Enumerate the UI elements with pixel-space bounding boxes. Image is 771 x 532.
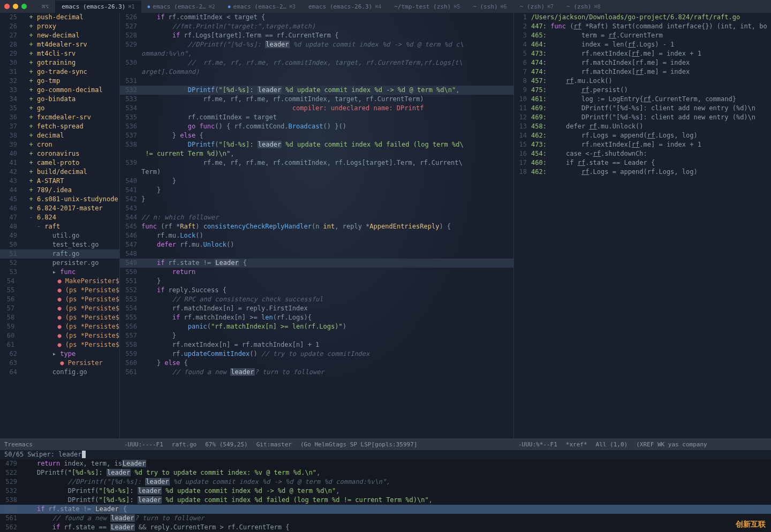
tree-row[interactable]: 48 - raft <box>0 222 119 231</box>
tree-row[interactable]: 54 ● MakePersister$ <box>0 277 119 286</box>
xref-line[interactable]: 11469: DPrintf("[%d-%s]: client add new … <box>514 104 771 113</box>
code-line[interactable]: 542} <box>120 195 513 204</box>
minimize-icon[interactable] <box>13 4 18 9</box>
tree-row[interactable]: 30 + gotraining <box>0 58 119 67</box>
xref-pane[interactable]: 1/Users/jackson/Downloads/go-project/6.8… <box>514 13 771 438</box>
xref-line[interactable]: 6474: rf.matchIndex[rf.me] = index <box>514 58 771 67</box>
tree-row[interactable]: 45 + 6.s081-unix-studynode <box>0 195 119 204</box>
treemacs-sidebar[interactable]: 25 + push-decimal26 + proxy27 + new-deci… <box>0 13 120 438</box>
maximize-icon[interactable] <box>21 4 27 9</box>
xref-line[interactable]: 7474: rf.matchIndex[rf.me] = index <box>514 67 771 77</box>
xref-line[interactable]: 14462: rf.Logs = append(rf.Logs, log) <box>514 131 771 140</box>
tree-row[interactable]: 50 test_test.go <box>0 240 119 249</box>
code-line[interactable]: arget].Command) <box>120 67 513 77</box>
code-line[interactable]: 543 <box>120 204 513 213</box>
code-line[interactable]: 528 if rf.Logs[target].Term == rf.Curren… <box>120 31 513 40</box>
swiper-match[interactable]: 479 return index, term, isLeader <box>0 459 771 468</box>
close-icon[interactable] <box>4 4 10 9</box>
tree-row[interactable]: 44 + 789/.idea <box>0 186 119 195</box>
code-line[interactable]: 533 rf.me, rf, rf.me, rf.commitIndex, ta… <box>120 95 513 104</box>
swiper-match[interactable]: 532 DPrintf("[%d-%s]: leader %d update c… <box>0 487 771 496</box>
xref-line[interactable]: 13458: defer rf.mu.Unlock() <box>514 122 771 131</box>
tree-row[interactable]: 33 + go-common-decimal <box>0 86 119 95</box>
code-line[interactable]: 557 } <box>120 331 513 340</box>
swiper-match[interactable]: 562 if rf.state == Leader && reply.Curre… <box>0 523 771 532</box>
xref-line[interactable]: 5473: rf.nextIndex[rf.me] = index + 1 <box>514 49 771 58</box>
code-line[interactable]: 531 <box>120 77 513 86</box>
xref-line[interactable]: 10461: log := LogEntry{rf.CurrentTerm, c… <box>514 95 771 104</box>
code-line[interactable]: 529 //DPrintf("[%d-%s]: leader %d update… <box>120 40 513 49</box>
tab[interactable]: ~ (zsh) ⌘8 <box>560 1 607 13</box>
tree-row[interactable]: 61 ● (ps *Persiste$ <box>0 340 119 349</box>
code-line[interactable]: 546 rf.mu.Lock() <box>120 231 513 240</box>
code-line[interactable]: 537 } else { <box>120 131 513 140</box>
tab[interactable]: ~ (zsh) ⌘7 <box>513 1 560 13</box>
editor-pane[interactable]: 526 if rf.commitIndex < target {527 //fm… <box>120 13 514 438</box>
tree-row[interactable]: 53 ▸ func <box>0 268 119 277</box>
tab[interactable]: ● emacs (emacs-2… ⌘3 <box>222 1 302 13</box>
code-line[interactable]: 549 if rf.state != Leader { <box>120 259 513 268</box>
code-line[interactable]: 555 if rf.matchIndex[n] >= len(rf.Logs){ <box>120 313 513 322</box>
code-line[interactable]: 558 rf.nextIndex[n] = rf.matchIndex[n] +… <box>120 340 513 349</box>
code-line[interactable]: 551 } <box>120 277 513 286</box>
tree-row[interactable]: 27 + new-decimal <box>0 31 119 40</box>
swiper-match[interactable]: 522 DPrintf("[%d-%s]: leader %d try to u… <box>0 468 771 477</box>
tree-row[interactable]: 37 + fetch-spread <box>0 122 119 131</box>
tree-row[interactable]: 59 ● (ps *Persiste$ <box>0 322 119 331</box>
tree-row[interactable]: 28 + mt4dealer-srv <box>0 40 119 49</box>
code-line[interactable]: 541 } <box>120 186 513 195</box>
code-line[interactable]: Term) <box>120 168 513 177</box>
code-line[interactable]: 534 compiler: undeclared name: DPrintf <box>120 104 513 113</box>
tree-row[interactable]: 47 - 6.824 <box>0 213 119 222</box>
window-controls[interactable] <box>4 4 27 9</box>
tree-row[interactable]: 25 + push-decimal <box>0 13 119 22</box>
code-line[interactable]: 538 DPrintf("[%d-%s]: leader %d update c… <box>120 140 513 149</box>
tree-row[interactable]: 52 persister.go <box>0 259 119 268</box>
code-line[interactable]: 535 rf.commitIndex = target <box>120 113 513 122</box>
swiper-match[interactable]: 538 DPrintf("[%d-%s]: leader %d update c… <box>0 496 771 505</box>
code-line[interactable]: 540 } <box>120 177 513 186</box>
swiper-match[interactable]: 529 //DPrintf("[%d-%s]: leader %d update… <box>0 477 771 487</box>
code-line[interactable]: 553 // RPC and consistency check success… <box>120 295 513 304</box>
code-line[interactable]: 561 // found a new leader? turn to follo… <box>120 368 513 377</box>
xref-line[interactable]: 17460: if rf.state == Leader { <box>514 158 771 168</box>
tree-row[interactable]: 39 + cron <box>0 140 119 149</box>
tree-row[interactable]: 34 + go-bindata <box>0 95 119 104</box>
tree-row[interactable]: 56 ● (ps *Persiste$ <box>0 295 119 304</box>
code-line[interactable]: 539 rf.me, rf, rf.me, rf.commitIndex, rf… <box>120 158 513 168</box>
tab[interactable]: ● emacs (emacs-2… ⌘2 <box>141 1 222 13</box>
tree-row[interactable]: 38 + decimal <box>0 131 119 140</box>
xref-line[interactable]: 2447: func (rf *Raft) Start(command inte… <box>514 22 771 31</box>
tree-row[interactable]: 55 ● (ps *Persiste$ <box>0 286 119 295</box>
code-line[interactable]: 536 go func() { rf.commitCond.Broadcast(… <box>120 122 513 131</box>
xref-line[interactable]: 3465: term = rf.CurrentTerm <box>514 31 771 40</box>
xref-line[interactable]: 9475: rf.persist() <box>514 86 771 95</box>
xref-line[interactable]: 8457: rf.mu.Lock() <box>514 77 771 86</box>
xref-line[interactable]: 18462: rf.Logs = append(rf.Logs, log) <box>514 168 771 177</box>
tree-row[interactable]: 57 ● (ps *Persiste$ <box>0 304 119 313</box>
code-line[interactable]: 550 return <box>120 268 513 277</box>
xref-line[interactable]: 1/Users/jackson/Downloads/go-project/6.8… <box>514 13 771 22</box>
code-line[interactable]: ommand:%v\n", <box>120 49 513 58</box>
swiper-results[interactable]: 479 return index, term, isLeader522 DPri… <box>0 459 771 532</box>
code-line[interactable]: 560 } else { <box>120 359 513 368</box>
code-line[interactable]: 527 //fmt.Println("target:",target,match… <box>120 22 513 31</box>
tab[interactable]: ⌘⌥ <box>35 1 55 13</box>
tab[interactable]: emacs (emacs-26.3) ⌘4 <box>302 1 388 13</box>
xref-line[interactable]: 15473: rf.nextIndex[rf.me] = index + 1 <box>514 140 771 149</box>
swiper-prompt[interactable]: 50/65 Swiper: leader <box>0 450 771 459</box>
tree-row[interactable]: 35 + go <box>0 104 119 113</box>
xref-line[interactable]: 16454: case <-rf.shutdownCh: <box>514 149 771 158</box>
code-line[interactable]: 559 rf.updateCommitIndex() // try to upd… <box>120 349 513 359</box>
tree-row[interactable]: 32 + go-tmp <box>0 77 119 86</box>
code-line[interactable]: 545func (rf *Raft) consistencyCheckReply… <box>120 222 513 231</box>
tree-row[interactable]: 29 + mt4cli-srv <box>0 49 119 58</box>
tree-row[interactable]: 49 util.go <box>0 231 119 240</box>
tab[interactable]: ~ (ssh) ⌘6 <box>466 1 513 13</box>
tree-row[interactable]: 40 + coronavirus <box>0 149 119 158</box>
tree-row[interactable]: 41 + camel-proto <box>0 158 119 168</box>
swiper-match[interactable]: 549 if rf.state != Leader { <box>0 505 771 514</box>
xref-line[interactable]: 4464: index = len(rf.Logs) - 1 <box>514 40 771 49</box>
code-line[interactable]: 532 DPrintf("[%d-%s]: leader %d update c… <box>120 86 513 95</box>
code-line[interactable]: 552 if reply.Success { <box>120 286 513 295</box>
